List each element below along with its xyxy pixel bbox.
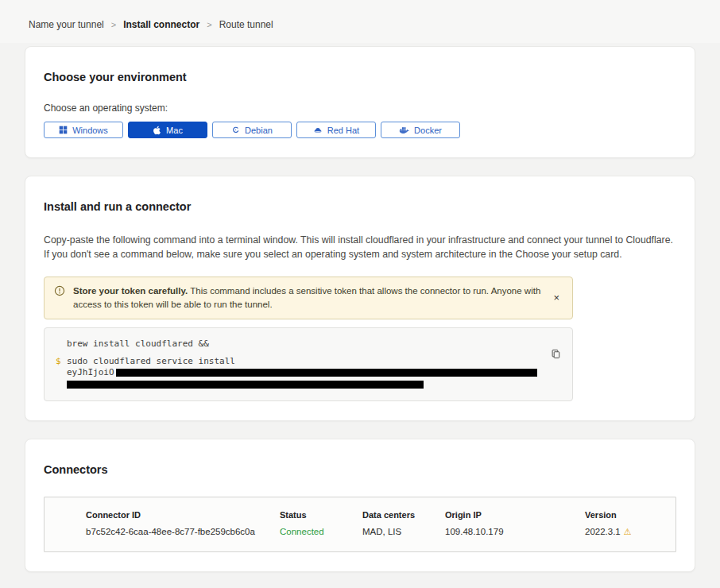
code-line-sudo-text: sudo cloudflared service install: [67, 356, 235, 367]
token-warning-bold: Store your token carefully.: [73, 286, 188, 296]
install-card-description: Copy-paste the following command into a …: [44, 234, 676, 262]
table-row: b7c52c42-6caa-48ee-8c77-fbe259cb6c0a Con…: [86, 527, 675, 537]
connectors-card: Connectors Connector ID Status Data cent…: [25, 439, 695, 572]
cell-version: 2022.3.1⚠: [585, 527, 675, 537]
windows-icon: [59, 126, 68, 134]
redacted-token-bar: [67, 381, 424, 389]
install-command-codeblock: brew install cloudflared && $ sudo cloud…: [44, 327, 573, 401]
alert-circle-icon: [54, 285, 65, 300]
code-line-token: eyJhIjoiO: [67, 367, 561, 378]
header-connector-id: Connector ID: [86, 510, 280, 520]
redacted-token-bar: [116, 369, 537, 377]
os-button-docker[interactable]: Docker: [381, 122, 460, 138]
cell-data-centers: MAD, LIS: [362, 527, 445, 536]
code-line-brew: brew install cloudflared &&: [67, 338, 561, 350]
header-origin-ip: Origin IP: [445, 510, 585, 520]
breadcrumb-name-your-tunnel[interactable]: Name your tunnel: [29, 19, 104, 30]
os-button-label: Mac: [166, 126, 183, 135]
breadcrumb: Name your tunnel > Install connector > R…: [29, 19, 691, 30]
token-warning-text: Store your token carefully. This command…: [73, 284, 542, 312]
os-button-label: Red Hat: [327, 126, 359, 135]
breadcrumb-route-tunnel[interactable]: Route tunnel: [219, 19, 273, 30]
breadcrumb-install-connector[interactable]: Install connector: [123, 19, 199, 30]
table-header-row: Connector ID Status Data centers Origin …: [86, 510, 675, 520]
header-version: Version: [585, 510, 675, 520]
os-button-label: Docker: [414, 126, 442, 135]
install-connector-card: Install and run a connector Copy-paste t…: [25, 176, 695, 421]
debian-icon: [231, 126, 240, 134]
environment-card-title: Choose your environment: [44, 71, 676, 83]
close-icon[interactable]: ×: [550, 291, 563, 304]
docker-icon: [399, 126, 409, 134]
os-button-mac[interactable]: Mac: [128, 122, 207, 138]
shell-prompt: $: [56, 356, 67, 367]
install-card-title: Install and run a connector: [44, 200, 676, 213]
connectors-card-title: Connectors: [44, 463, 676, 476]
os-button-label: Debian: [245, 126, 273, 135]
environment-card: Choose your environment Choose an operat…: [25, 46, 695, 158]
code-line-sudo: $ sudo cloudflared service install: [56, 356, 561, 367]
os-button-label: Windows: [72, 126, 108, 135]
connectors-table: Connector ID Status Data centers Origin …: [44, 497, 676, 552]
os-select-label: Choose an operating system:: [44, 103, 676, 114]
page-content: Choose your environment Choose an operat…: [0, 43, 720, 588]
apple-icon: [153, 126, 161, 135]
os-button-group: Windows Mac Debian Red Hat: [44, 122, 676, 138]
version-value: 2022.3.1: [585, 527, 621, 536]
breadcrumb-separator: >: [207, 20, 211, 29]
os-button-windows[interactable]: Windows: [44, 122, 123, 138]
token-warning-banner: Store your token carefully. This command…: [44, 277, 573, 320]
status-badge: Connected: [280, 527, 362, 536]
token-prefix: eyJhIjoiO: [67, 367, 114, 377]
code-line-token-2: [67, 378, 561, 389]
os-button-redhat[interactable]: Red Hat: [296, 122, 376, 138]
header-status: Status: [280, 510, 362, 520]
copy-icon[interactable]: [549, 347, 563, 363]
wizard-header: Name your tunnel > Install connector > R…: [0, 0, 720, 43]
cell-origin-ip: 109.48.10.179: [445, 527, 585, 536]
warning-triangle-icon: ⚠: [624, 527, 632, 536]
os-button-debian[interactable]: Debian: [212, 122, 292, 138]
header-data-centers: Data centers: [362, 510, 445, 520]
redhat-icon: [313, 126, 323, 134]
breadcrumb-separator: >: [111, 20, 116, 29]
cell-connector-id: b7c52c42-6caa-48ee-8c77-fbe259cb6c0a: [86, 527, 280, 536]
